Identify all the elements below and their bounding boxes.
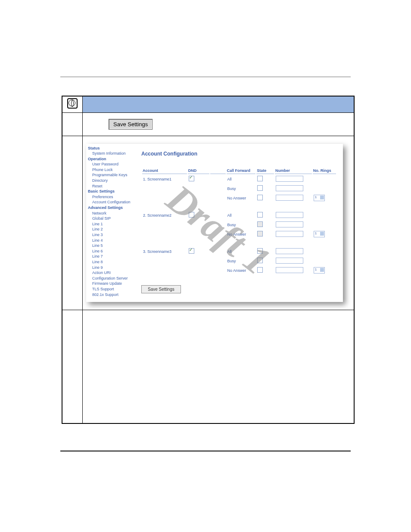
table-row: 2. Screenname2 All xyxy=(142,211,336,220)
dnd-checkbox[interactable] xyxy=(189,212,194,218)
sidebar-item-global-sip[interactable]: Global SIP xyxy=(88,216,137,221)
config-table: Account DND Call Forward State Number No… xyxy=(141,167,337,276)
state-checkbox[interactable] xyxy=(257,248,263,254)
save-settings-button-inner[interactable]: Save Settings xyxy=(141,285,181,293)
sidebar-item-line-7[interactable]: Line 7 xyxy=(88,254,137,259)
sidebar-item-line-2[interactable]: Line 2 xyxy=(88,227,137,232)
cf-label: Busy xyxy=(227,184,256,193)
cf-label: No Answer xyxy=(227,194,256,202)
table-row: No Answer 1 xyxy=(142,230,336,239)
table-row: 3. Screenname3 All xyxy=(142,247,336,256)
sidebar-item-line-8[interactable]: Line 8 xyxy=(88,259,137,265)
sidebar-item-configuration-server[interactable]: Configuration Server xyxy=(88,276,137,281)
sidebar-item-account-configuration[interactable]: Account Configuration xyxy=(88,199,137,205)
sidebar-item-8021x-support[interactable]: 802.1x Support xyxy=(88,292,137,298)
sidebar-item-reset[interactable]: Reset xyxy=(88,184,137,189)
cf-label: All xyxy=(227,247,256,256)
table-row: No Answer 1 xyxy=(142,266,336,275)
bottom-divider xyxy=(60,451,351,451)
table-row: Busy xyxy=(142,184,336,193)
table-row: Busy xyxy=(142,221,336,229)
state-checkbox[interactable] xyxy=(257,231,263,236)
number-input[interactable] xyxy=(276,267,303,273)
sidebar-header-operation: Operation xyxy=(88,156,137,162)
number-input[interactable] xyxy=(276,176,303,182)
sidebar-item-line-4[interactable]: Line 4 xyxy=(88,238,137,243)
state-checkbox[interactable] xyxy=(257,195,263,200)
sidebar-item-firmware-update[interactable]: Firmware Update xyxy=(88,281,137,286)
col-header-call-forward: Call Forward xyxy=(227,168,256,174)
dnd-checkbox[interactable] xyxy=(189,248,194,254)
sidebar-item-tls-support[interactable]: TLS Support xyxy=(88,286,137,292)
number-input[interactable] xyxy=(276,212,303,218)
row3-left xyxy=(62,136,83,310)
rings-select[interactable]: 1 xyxy=(314,267,325,274)
header-bar xyxy=(83,96,355,112)
sidebar-item-line-3[interactable]: Line 3 xyxy=(88,232,137,238)
sidebar-item-line-1[interactable]: Line 1 xyxy=(88,221,137,227)
row2-left xyxy=(62,112,83,136)
sidebar-item-line-9[interactable]: Line 9 xyxy=(88,265,137,271)
sidebar-item-programmable-keys[interactable]: Programmable Keys xyxy=(88,172,137,178)
state-checkbox[interactable] xyxy=(257,258,263,263)
sidebar-item-user-password[interactable]: User Password xyxy=(88,162,137,167)
account-label: 1. Screenname1 xyxy=(142,175,187,184)
cf-label: Busy xyxy=(227,221,256,229)
sidebar-header-basic-settings: Basic Settings xyxy=(88,189,137,194)
cf-label: Busy xyxy=(227,257,256,265)
cf-label: No Answer xyxy=(227,266,256,275)
sidebar: Status System Information Operation User… xyxy=(86,144,138,302)
table-row: 1. Screenname1 All xyxy=(142,175,336,184)
sidebar-item-action-uri[interactable]: Action URI xyxy=(88,270,137,276)
table-row: Busy xyxy=(142,257,336,265)
number-input[interactable] xyxy=(276,231,303,237)
cf-label: All xyxy=(227,211,256,220)
header-row xyxy=(62,96,354,112)
col-header-dnd: DND xyxy=(188,168,209,174)
config-panel: Status System Information Operation User… xyxy=(86,144,343,302)
sidebar-header-status: Status xyxy=(88,146,137,151)
row3-right: Status System Information Operation User… xyxy=(83,136,355,310)
sidebar-item-directory[interactable]: Directory xyxy=(88,178,137,184)
cf-label: No Answer xyxy=(227,230,256,239)
rings-select[interactable]: 1 xyxy=(314,195,325,201)
account-label: 3. Screenname3 xyxy=(142,247,187,256)
rings-select[interactable]: 1 xyxy=(314,231,325,237)
number-input[interactable] xyxy=(276,258,303,264)
row4-right xyxy=(83,310,355,423)
top-divider xyxy=(60,77,351,77)
dnd-checkbox[interactable] xyxy=(189,176,194,181)
sidebar-item-line-6[interactable]: Line 6 xyxy=(88,249,137,254)
row2-right: Save Settings xyxy=(83,112,355,136)
number-input[interactable] xyxy=(276,221,303,227)
table-row: No Answer 1 xyxy=(142,194,336,202)
sidebar-item-phone-lock[interactable]: Phone Lock xyxy=(88,167,137,173)
col-header-no-rings: No. Rings xyxy=(313,168,336,174)
outer-table: Save Settings Status System Information … xyxy=(62,96,355,424)
sidebar-item-preferences[interactable]: Preferences xyxy=(88,194,137,200)
account-label: 2. Screenname2 xyxy=(142,211,187,220)
col-header-state: State xyxy=(256,168,274,174)
sidebar-item-network[interactable]: Network xyxy=(88,211,137,216)
col-header-number: Number xyxy=(275,168,312,174)
number-input[interactable] xyxy=(276,185,303,191)
header-icon-cell xyxy=(62,96,83,112)
sidebar-item-line-5[interactable]: Line 5 xyxy=(88,243,137,249)
content-area: Account Configuration Account DND Call F… xyxy=(138,144,343,302)
sidebar-header-advanced-settings: Advanced Settings xyxy=(88,205,137,211)
table-header-row: Account DND Call Forward State Number No… xyxy=(142,168,336,174)
state-checkbox[interactable] xyxy=(257,185,263,191)
row4-left xyxy=(62,310,83,423)
col-header-account: Account xyxy=(142,168,187,174)
cf-label: All xyxy=(227,175,256,184)
globe-icon xyxy=(67,98,78,109)
number-input[interactable] xyxy=(276,248,303,254)
state-checkbox[interactable] xyxy=(257,176,263,181)
save-settings-button[interactable]: Save Settings xyxy=(109,119,153,130)
state-checkbox[interactable] xyxy=(257,212,263,218)
state-checkbox[interactable] xyxy=(257,267,263,273)
number-input[interactable] xyxy=(276,195,303,201)
page-title: Account Configuration xyxy=(141,151,337,157)
state-checkbox[interactable] xyxy=(257,221,263,227)
sidebar-item-system-information[interactable]: System Information xyxy=(88,151,137,156)
